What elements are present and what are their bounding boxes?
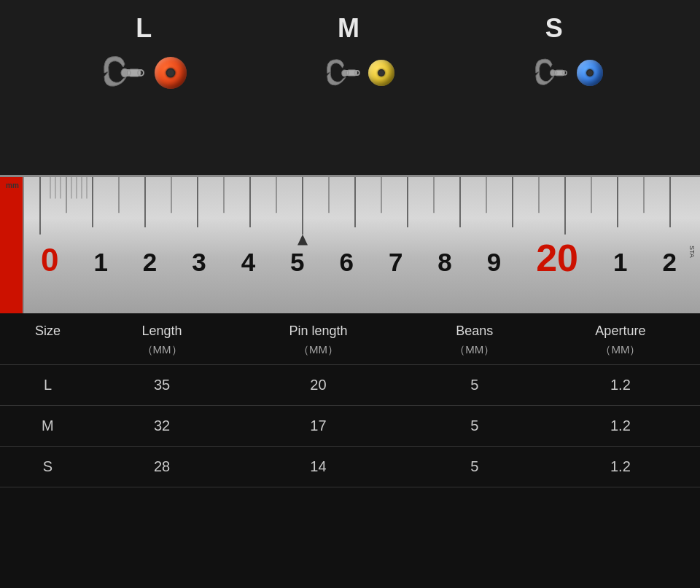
cell-L-aperture: 1.2 xyxy=(541,365,700,406)
ruler-num-21: 1 xyxy=(613,249,627,275)
cell-M-aperture: 1.2 xyxy=(541,406,700,447)
size-label-L: L xyxy=(136,13,153,44)
cell-S-size: S xyxy=(0,447,96,487)
ruler-num-5: 5 xyxy=(290,249,304,275)
ruler: mm xyxy=(0,175,700,313)
ruler-num-6: 6 xyxy=(340,249,354,275)
bead-M xyxy=(368,60,394,86)
cell-L-length: 35 xyxy=(96,365,228,406)
clasp-S xyxy=(530,55,574,91)
cell-S-aperture: 1.2 xyxy=(541,447,700,487)
col-unit-length: （MM） xyxy=(96,342,228,365)
cell-M-beans: 5 xyxy=(408,406,541,447)
size-label-S: S xyxy=(545,13,564,44)
cell-L-pin: 20 xyxy=(228,365,408,406)
cell-S-beans: 5 xyxy=(408,447,541,487)
ruler-num-0: 0 xyxy=(41,244,58,276)
col-header-pin-length: Pin length xyxy=(228,313,408,342)
ruler-num-4: 4 xyxy=(241,249,255,275)
table-row-S: S 28 14 5 1.2 xyxy=(0,447,700,487)
size-label-M: M xyxy=(338,13,361,44)
bead-S xyxy=(577,60,603,86)
col-header-aperture: Aperture xyxy=(541,313,700,342)
table-row-M: M 32 17 5 1.2 xyxy=(0,406,700,447)
ruler-num-1: 1 xyxy=(93,249,107,275)
ruler-num-22: 2 xyxy=(662,249,676,275)
ruler-num-3: 3 xyxy=(192,249,206,275)
col-header-beans: Beans xyxy=(408,313,541,342)
cell-M-length: 32 xyxy=(96,406,228,447)
col-unit-pin: （MM） xyxy=(228,342,408,365)
table-header-row1: Size Length Pin length Beans Aperture xyxy=(0,313,700,342)
cell-L-beans: 5 xyxy=(408,365,541,406)
lure-item-M xyxy=(322,55,394,91)
ruler-num-7: 7 xyxy=(389,249,402,275)
ruler-num-20: 20 xyxy=(536,239,578,277)
ruler-num-2: 2 xyxy=(143,249,157,275)
size-labels-row: L M S xyxy=(0,13,700,44)
col-header-length: Length xyxy=(96,313,228,342)
col-unit-beans: （MM） xyxy=(408,342,541,365)
col-unit-size xyxy=(0,342,96,365)
cell-S-length: 28 xyxy=(96,447,228,487)
col-header-size: Size xyxy=(0,313,96,342)
table-header-row2: （MM） （MM） （MM） （MM） xyxy=(0,342,700,365)
size-table: Size Length Pin length Beans Aperture （M… xyxy=(0,313,700,487)
size-table-area: Size Length Pin length Beans Aperture （M… xyxy=(0,313,700,588)
lure-item-S xyxy=(530,55,603,91)
ruler-sta-label: STA xyxy=(688,246,696,258)
cell-M-pin: 17 xyxy=(228,406,408,447)
lure-item-L xyxy=(97,51,187,95)
product-image-area: L M S xyxy=(0,0,700,313)
ruler-num-9: 9 xyxy=(487,249,501,275)
lure-items-row xyxy=(0,51,700,95)
clasp-L xyxy=(97,51,152,95)
cell-M-size: M xyxy=(0,406,96,447)
main-container: L M S xyxy=(0,0,700,588)
ruler-num-8: 8 xyxy=(438,249,451,275)
bead-L xyxy=(155,57,187,89)
cell-L-size: L xyxy=(0,365,96,406)
col-unit-aperture: （MM） xyxy=(541,342,700,365)
cell-S-pin: 14 xyxy=(228,447,408,487)
table-row-L: L 35 20 5 1.2 xyxy=(0,365,700,406)
clasp-M xyxy=(322,55,365,91)
